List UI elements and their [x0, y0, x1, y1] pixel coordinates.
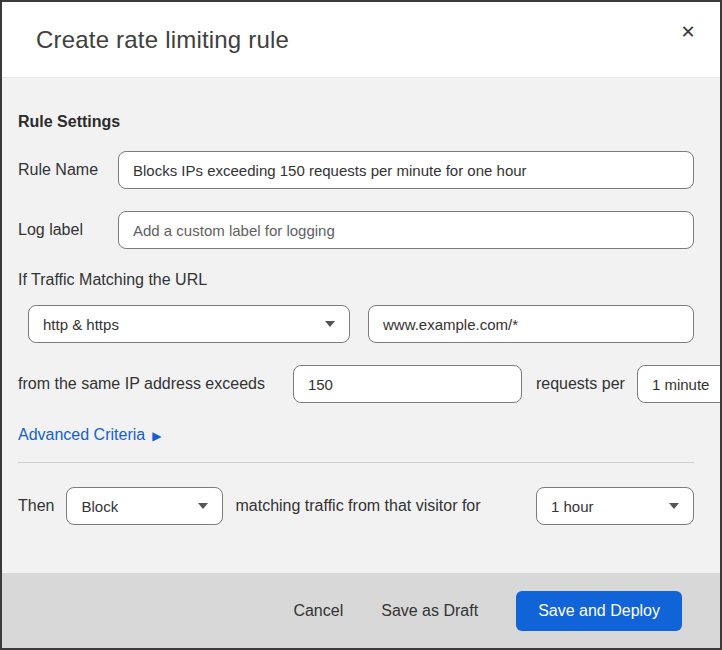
dialog-header: Create rate limiting rule ✕: [2, 2, 720, 78]
traffic-match-row: http & https: [18, 305, 694, 343]
close-icon[interactable]: ✕: [674, 18, 702, 46]
chevron-down-icon: [669, 503, 679, 509]
scheme-select-value: http & https: [43, 316, 119, 333]
period-select-value: 1 minute: [652, 376, 710, 393]
traffic-match-heading: If Traffic Matching the URL: [18, 269, 694, 291]
duration-select-value: 1 hour: [551, 498, 594, 515]
rule-settings-heading: Rule Settings: [18, 112, 694, 132]
rule-name-row: Rule Name: [18, 151, 694, 189]
dialog-body: Rule Settings Rule Name Log label If Tra…: [2, 78, 720, 573]
threshold-prefix-text: from the same IP address exceeds: [18, 375, 265, 393]
create-rate-limiting-rule-dialog: Create rate limiting rule ✕ Rule Setting…: [0, 0, 722, 650]
chevron-right-icon: ▶: [152, 430, 161, 442]
save-as-draft-button[interactable]: Save as Draft: [381, 602, 478, 620]
chevron-down-icon: [198, 503, 208, 509]
rule-name-input[interactable]: [118, 151, 694, 189]
matching-traffic-text: matching traffic from that visitor for: [235, 497, 480, 515]
action-row: Then Block matching traffic from that vi…: [18, 487, 694, 525]
advanced-criteria-label: Advanced Criteria: [18, 424, 145, 446]
period-select[interactable]: 1 minute: [637, 365, 720, 403]
dialog-footer: Cancel Save as Draft Save and Deploy: [2, 573, 720, 648]
requests-per-text: requests per: [536, 375, 625, 393]
then-text: Then: [18, 497, 54, 515]
log-label-row: Log label: [18, 211, 694, 249]
rule-name-label: Rule Name: [18, 161, 118, 179]
duration-select[interactable]: 1 hour: [536, 487, 694, 525]
dialog-title: Create rate limiting rule: [36, 26, 289, 54]
action-select[interactable]: Block: [66, 487, 223, 525]
chevron-down-icon: [325, 321, 335, 327]
advanced-criteria-link[interactable]: Advanced Criteria ▶: [18, 424, 161, 446]
log-label-label: Log label: [18, 221, 118, 239]
cancel-button[interactable]: Cancel: [293, 602, 343, 620]
request-count-input[interactable]: [293, 365, 522, 403]
action-select-value: Block: [81, 498, 118, 515]
section-divider: [18, 462, 694, 463]
log-label-input[interactable]: [118, 211, 694, 249]
scheme-select[interactable]: http & https: [28, 305, 350, 343]
threshold-row: from the same IP address exceeds request…: [18, 365, 694, 403]
url-pattern-input[interactable]: [368, 305, 694, 343]
save-and-deploy-button[interactable]: Save and Deploy: [516, 591, 682, 631]
